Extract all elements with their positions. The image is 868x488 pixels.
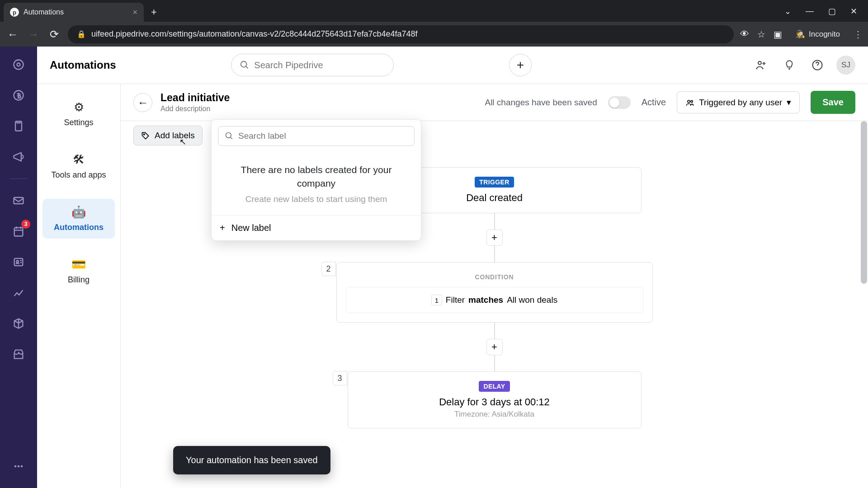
topbar: Automations Search Pipedrive + SJ [37, 47, 868, 84]
active-toggle[interactable] [608, 96, 631, 109]
svg-point-15 [691, 100, 693, 102]
card-icon: 💳 [71, 258, 86, 272]
forward-icon: → [26, 27, 41, 42]
maximize-icon[interactable]: ▢ [828, 6, 836, 16]
incognito-icon: 🕵️ [796, 29, 805, 39]
rail-mail-icon[interactable] [9, 192, 28, 210]
url-text: uifeed.pipedrive.com/settings/automation… [91, 29, 418, 39]
rail-leads-icon[interactable] [9, 56, 28, 74]
svg-point-1 [17, 63, 20, 66]
topbar-right: SJ [752, 56, 855, 75]
lock-icon: 🔒 [77, 30, 86, 38]
rail-divider [9, 178, 28, 179]
browser-tab[interactable]: p Automations × [4, 3, 144, 22]
svg-point-17 [226, 133, 231, 138]
back-icon[interactable]: ← [5, 27, 20, 42]
minimize-icon[interactable]: — [806, 6, 814, 16]
eye-off-icon[interactable]: 👁 [740, 29, 749, 39]
svg-point-12 [758, 61, 761, 65]
gear-icon: ⚙ [74, 100, 84, 114]
global-search[interactable]: Search Pipedrive [231, 54, 394, 76]
sidebar-item-settings[interactable]: ⚙ Settings [42, 94, 115, 134]
svg-point-16 [143, 134, 145, 135]
users-icon [685, 98, 694, 107]
invite-icon[interactable] [752, 56, 770, 74]
close-window-icon[interactable]: ✕ [850, 6, 857, 16]
svg-point-10 [21, 465, 23, 468]
url-bar[interactable]: 🔒 uifeed.pipedrive.com/settings/automati… [68, 25, 734, 43]
save-button[interactable]: Save [811, 91, 855, 114]
chevron-down-icon: ▾ [787, 97, 791, 108]
new-label-button[interactable]: + New label [212, 215, 421, 240]
browser-menu-icon[interactable]: ⋮ [854, 29, 863, 40]
sidebar-item-automations[interactable]: 🤖 Automations [42, 199, 115, 239]
labels-empty-message: There are no labels created for your com… [228, 163, 405, 191]
search-icon [225, 131, 234, 141]
automation-title[interactable]: Lead initiative [160, 92, 230, 104]
step-number: 2 [321, 262, 336, 276]
quick-add-button[interactable]: + [509, 54, 532, 76]
svg-point-8 [14, 465, 17, 468]
rail-more-icon[interactable] [9, 457, 28, 475]
condition-badge: CONDITION [471, 272, 519, 282]
label-search-input[interactable]: Search label [218, 126, 415, 146]
add-labels-button[interactable]: Add labels [133, 126, 203, 145]
window-controls: ⌄ — ▢ ✕ [784, 6, 868, 16]
browser-toolbar: ← → ⟳ 🔒 uifeed.pipedrive.com/settings/au… [0, 22, 868, 47]
sidebar-item-label: Billing [68, 275, 90, 285]
rail-marketplace-icon[interactable] [9, 345, 28, 363]
user-avatar[interactable]: SJ [836, 56, 855, 75]
trigger-dropdown[interactable]: Triggered by any user ▾ [677, 91, 800, 113]
delay-card[interactable]: 3 DELAY Delay for 3 days at 00:12 Timezo… [348, 371, 642, 428]
tools-icon: 🛠 [73, 153, 85, 167]
rail-insights-icon[interactable] [9, 284, 28, 302]
scrollbar[interactable] [860, 121, 868, 488]
sidebar-item-tools[interactable]: 🛠 Tools and apps [42, 146, 115, 186]
connector [494, 355, 495, 371]
reload-icon[interactable]: ⟳ [47, 27, 61, 42]
search-placeholder: Search Pipedrive [254, 60, 323, 70]
assistant-icon[interactable] [780, 56, 798, 74]
rail-projects-icon[interactable] [9, 117, 28, 135]
svg-rect-5 [14, 228, 23, 236]
svg-point-14 [688, 100, 690, 103]
labels-popover: Search label There are no labels created… [211, 119, 421, 241]
rail-products-icon[interactable] [9, 314, 28, 333]
incognito-badge: 🕵️ Incognito [790, 29, 845, 39]
page-title: Automations [50, 59, 116, 71]
star-icon[interactable]: ☆ [757, 29, 765, 40]
add-description[interactable]: Add description [160, 105, 230, 113]
add-step-button[interactable]: + [486, 339, 503, 355]
rail-campaigns-icon[interactable] [9, 148, 28, 166]
help-icon[interactable] [808, 56, 826, 74]
condition-card[interactable]: 2 CONDITION 1 Filter matches All won dea… [336, 262, 653, 323]
tab-dropdown-icon[interactable]: ⌄ [784, 6, 791, 16]
rail-deals-icon[interactable] [9, 86, 28, 104]
trigger-badge: TRIGGER [475, 177, 514, 188]
extension-icon[interactable]: ▣ [774, 29, 782, 40]
back-button[interactable]: ← [133, 93, 152, 112]
svg-point-9 [18, 465, 20, 468]
svg-point-11 [241, 61, 247, 67]
connector [494, 213, 495, 230]
rail-contacts-icon[interactable] [9, 253, 28, 271]
condition-filter[interactable]: 1 Filter matches All won deals [346, 287, 643, 313]
left-rail: 3 [0, 47, 37, 488]
search-icon [240, 60, 250, 70]
svg-rect-4 [14, 197, 24, 204]
tab-close-icon[interactable]: × [132, 8, 137, 17]
delay-timezone: Timezone: Asia/Kolkata [357, 410, 632, 419]
svg-point-7 [16, 261, 19, 263]
add-step-button[interactable]: + [486, 230, 503, 246]
toast: Your automation has been saved [173, 446, 330, 474]
canvas-header: ← Lead initiative Add description All ch… [121, 84, 868, 121]
connector [494, 323, 495, 339]
rail-activities-icon[interactable]: 3 [9, 222, 28, 240]
labels-empty-sub: Create new labels to start using them [228, 194, 405, 204]
active-label: Active [642, 97, 666, 108]
connector [494, 246, 495, 262]
new-tab-button[interactable]: + [151, 6, 157, 18]
sidebar-item-billing[interactable]: 💳 Billing [42, 251, 115, 291]
delay-badge: DELAY [479, 381, 509, 392]
step-number: 3 [333, 371, 347, 385]
